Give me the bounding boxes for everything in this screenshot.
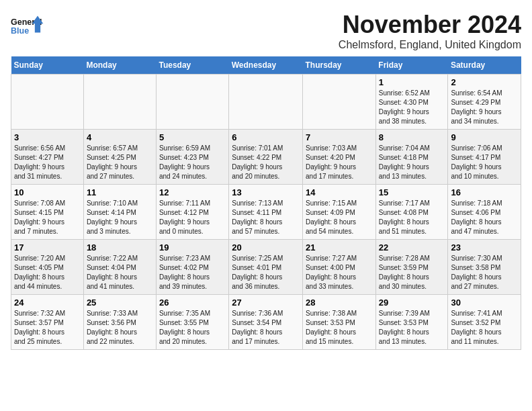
day-number: 11	[87, 187, 153, 197]
day-detail: Sunrise: 6:59 AM Sunset: 4:23 PM Dayligh…	[159, 144, 226, 181]
day-number: 26	[159, 298, 226, 308]
day-detail: Sunrise: 6:57 AM Sunset: 4:25 PM Dayligh…	[87, 144, 153, 181]
calendar-cell: 20Sunrise: 7:25 AM Sunset: 4:01 PM Dayli…	[229, 240, 303, 295]
calendar-cell: 3Sunrise: 6:56 AM Sunset: 4:27 PM Daylig…	[11, 130, 84, 185]
day-number: 12	[159, 187, 226, 197]
calendar-cell: 27Sunrise: 7:36 AM Sunset: 3:54 PM Dayli…	[229, 295, 303, 350]
day-number: 2	[451, 77, 518, 87]
page-header: General Blue November 2024 Chelmsford, E…	[11, 11, 521, 51]
day-detail: Sunrise: 7:20 AM Sunset: 4:05 PM Dayligh…	[14, 254, 81, 291]
calendar-cell: 21Sunrise: 7:27 AM Sunset: 4:00 PM Dayli…	[303, 240, 376, 295]
weekday-header: Tuesday	[156, 56, 228, 75]
calendar-week-row: 24Sunrise: 7:32 AM Sunset: 3:57 PM Dayli…	[11, 295, 521, 350]
calendar-table: SundayMondayTuesdayWednesdayThursdayFrid…	[11, 56, 521, 350]
location: Chelmsford, England, United Kingdom	[339, 39, 521, 51]
day-detail: Sunrise: 6:54 AM Sunset: 4:29 PM Dayligh…	[451, 89, 518, 126]
day-detail: Sunrise: 7:27 AM Sunset: 4:00 PM Dayligh…	[306, 254, 373, 291]
day-number: 7	[306, 132, 373, 142]
day-number: 30	[451, 298, 518, 308]
calendar-cell: 12Sunrise: 7:11 AM Sunset: 4:12 PM Dayli…	[156, 185, 228, 240]
calendar-cell	[11, 75, 84, 130]
day-detail: Sunrise: 7:28 AM Sunset: 3:59 PM Dayligh…	[379, 254, 445, 291]
day-number: 15	[379, 187, 445, 197]
calendar-week-row: 10Sunrise: 7:08 AM Sunset: 4:15 PM Dayli…	[11, 185, 521, 240]
calendar-cell: 22Sunrise: 7:28 AM Sunset: 3:59 PM Dayli…	[375, 240, 448, 295]
day-number: 17	[14, 242, 81, 253]
day-detail: Sunrise: 7:22 AM Sunset: 4:04 PM Dayligh…	[87, 254, 153, 291]
day-detail: Sunrise: 6:56 AM Sunset: 4:27 PM Dayligh…	[14, 144, 81, 181]
day-detail: Sunrise: 7:39 AM Sunset: 3:53 PM Dayligh…	[379, 309, 445, 347]
calendar-cell: 1Sunrise: 6:52 AM Sunset: 4:30 PM Daylig…	[375, 75, 448, 130]
day-number: 28	[306, 298, 373, 308]
calendar-cell: 16Sunrise: 7:18 AM Sunset: 4:06 PM Dayli…	[448, 185, 521, 240]
day-detail: Sunrise: 7:03 AM Sunset: 4:20 PM Dayligh…	[306, 144, 373, 181]
weekday-header: Friday	[375, 56, 448, 75]
day-number: 24	[14, 298, 81, 308]
day-number: 20	[232, 242, 300, 253]
weekday-header-row: SundayMondayTuesdayWednesdayThursdayFrid…	[11, 56, 521, 75]
calendar-cell: 6Sunrise: 7:01 AM Sunset: 4:22 PM Daylig…	[229, 130, 303, 185]
calendar-week-row: 17Sunrise: 7:20 AM Sunset: 4:05 PM Dayli…	[11, 240, 521, 295]
day-number: 10	[14, 187, 81, 197]
day-number: 6	[232, 132, 300, 142]
weekday-header: Thursday	[303, 56, 376, 75]
calendar-cell: 5Sunrise: 6:59 AM Sunset: 4:23 PM Daylig…	[156, 130, 228, 185]
day-detail: Sunrise: 7:10 AM Sunset: 4:14 PM Dayligh…	[87, 199, 153, 236]
day-number: 13	[232, 187, 300, 197]
day-detail: Sunrise: 7:17 AM Sunset: 4:08 PM Dayligh…	[379, 199, 445, 236]
day-detail: Sunrise: 7:41 AM Sunset: 3:52 PM Dayligh…	[451, 309, 518, 347]
calendar-cell: 24Sunrise: 7:32 AM Sunset: 3:57 PM Dayli…	[11, 295, 84, 350]
day-detail: Sunrise: 7:15 AM Sunset: 4:09 PM Dayligh…	[306, 199, 373, 236]
month-title: November 2024	[339, 11, 521, 39]
calendar-cell: 9Sunrise: 7:06 AM Sunset: 4:17 PM Daylig…	[448, 130, 521, 185]
day-detail: Sunrise: 7:11 AM Sunset: 4:12 PM Dayligh…	[159, 199, 226, 236]
day-number: 8	[379, 132, 445, 142]
calendar-cell: 7Sunrise: 7:03 AM Sunset: 4:20 PM Daylig…	[303, 130, 376, 185]
day-number: 9	[451, 132, 518, 142]
day-detail: Sunrise: 7:06 AM Sunset: 4:17 PM Dayligh…	[451, 144, 518, 181]
calendar-cell: 25Sunrise: 7:33 AM Sunset: 3:56 PM Dayli…	[83, 295, 156, 350]
day-number: 19	[159, 242, 226, 253]
title-area: November 2024 Chelmsford, England, Unite…	[339, 11, 521, 51]
day-number: 3	[14, 132, 81, 142]
calendar-cell: 13Sunrise: 7:13 AM Sunset: 4:11 PM Dayli…	[229, 185, 303, 240]
calendar-cell: 15Sunrise: 7:17 AM Sunset: 4:08 PM Dayli…	[375, 185, 448, 240]
calendar-cell	[83, 75, 156, 130]
calendar-week-row: 1Sunrise: 6:52 AM Sunset: 4:30 PM Daylig…	[11, 75, 521, 130]
calendar-cell: 28Sunrise: 7:38 AM Sunset: 3:53 PM Dayli…	[303, 295, 376, 350]
calendar-cell: 29Sunrise: 7:39 AM Sunset: 3:53 PM Dayli…	[375, 295, 448, 350]
day-detail: Sunrise: 7:35 AM Sunset: 3:55 PM Dayligh…	[159, 309, 226, 347]
calendar-cell: 17Sunrise: 7:20 AM Sunset: 4:05 PM Dayli…	[11, 240, 84, 295]
calendar-cell	[229, 75, 303, 130]
day-detail: Sunrise: 7:08 AM Sunset: 4:15 PM Dayligh…	[14, 199, 81, 236]
day-detail: Sunrise: 6:52 AM Sunset: 4:30 PM Dayligh…	[379, 89, 445, 126]
day-detail: Sunrise: 7:01 AM Sunset: 4:22 PM Dayligh…	[232, 144, 300, 181]
calendar-cell: 11Sunrise: 7:10 AM Sunset: 4:14 PM Dayli…	[83, 185, 156, 240]
calendar-cell: 2Sunrise: 6:54 AM Sunset: 4:29 PM Daylig…	[448, 75, 521, 130]
weekday-header: Saturday	[448, 56, 521, 75]
calendar-cell: 30Sunrise: 7:41 AM Sunset: 3:52 PM Dayli…	[448, 295, 521, 350]
day-detail: Sunrise: 7:32 AM Sunset: 3:57 PM Dayligh…	[14, 309, 81, 347]
day-detail: Sunrise: 7:38 AM Sunset: 3:53 PM Dayligh…	[306, 309, 373, 347]
day-detail: Sunrise: 7:25 AM Sunset: 4:01 PM Dayligh…	[232, 254, 300, 291]
calendar-week-row: 3Sunrise: 6:56 AM Sunset: 4:27 PM Daylig…	[11, 130, 521, 185]
calendar-cell: 26Sunrise: 7:35 AM Sunset: 3:55 PM Dayli…	[156, 295, 228, 350]
day-number: 25	[87, 298, 153, 308]
logo: General Blue	[11, 11, 44, 44]
day-detail: Sunrise: 7:23 AM Sunset: 4:02 PM Dayligh…	[159, 254, 226, 291]
calendar-cell	[303, 75, 376, 130]
calendar-cell: 10Sunrise: 7:08 AM Sunset: 4:15 PM Dayli…	[11, 185, 84, 240]
day-number: 1	[379, 77, 445, 87]
day-number: 21	[306, 242, 373, 253]
day-number: 4	[87, 132, 153, 142]
day-number: 27	[232, 298, 300, 308]
calendar-cell: 23Sunrise: 7:30 AM Sunset: 3:58 PM Dayli…	[448, 240, 521, 295]
svg-text:Blue: Blue	[11, 26, 29, 36]
calendar-cell: 4Sunrise: 6:57 AM Sunset: 4:25 PM Daylig…	[83, 130, 156, 185]
logo-icon: General Blue	[11, 11, 44, 44]
day-number: 29	[379, 298, 445, 308]
day-detail: Sunrise: 7:30 AM Sunset: 3:58 PM Dayligh…	[451, 254, 518, 291]
day-number: 5	[159, 132, 226, 142]
calendar-cell: 8Sunrise: 7:04 AM Sunset: 4:18 PM Daylig…	[375, 130, 448, 185]
calendar-cell: 19Sunrise: 7:23 AM Sunset: 4:02 PM Dayli…	[156, 240, 228, 295]
